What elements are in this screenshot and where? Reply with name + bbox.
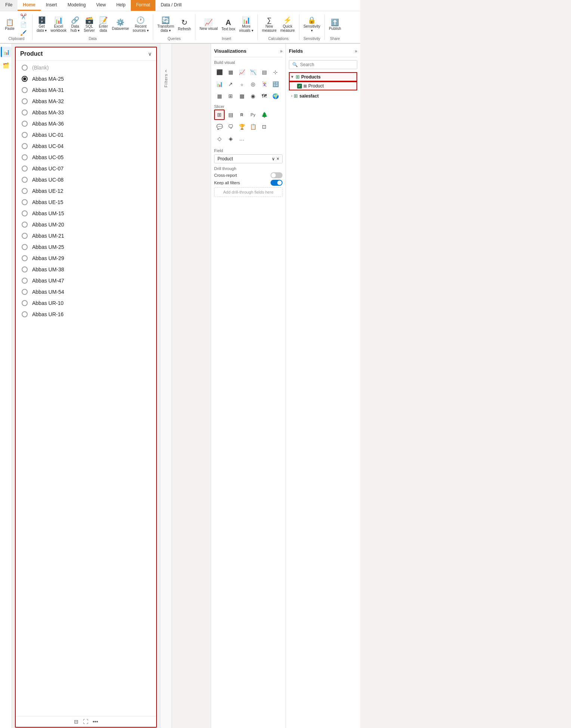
transform-button[interactable]: 🔄 Transformdata ▾: [155, 16, 176, 34]
cross-report-toggle[interactable]: [271, 172, 283, 178]
datahub-button[interactable]: 🔗 Datahub ▾: [68, 16, 82, 34]
textbox-button[interactable]: A Text box: [219, 18, 237, 32]
viz-decomp-tree[interactable]: 🌲: [259, 109, 269, 120]
slicer-item-abbas-uc-07[interactable]: Abbas UC-07: [16, 163, 156, 174]
slicer-chevron-icon[interactable]: ∨: [148, 51, 152, 57]
viz-chart3[interactable]: 📋: [248, 121, 258, 132]
tab-insert[interactable]: Insert: [41, 0, 62, 11]
publish-button[interactable]: ⬆️ Publish: [327, 18, 343, 32]
viz-map[interactable]: 🗺: [259, 91, 269, 101]
slicer-item-abbas-ue-15[interactable]: Abbas UE-15: [16, 197, 156, 208]
viz-kpi[interactable]: 🔢: [270, 79, 281, 89]
slicer-item-abbas-ma-36[interactable]: Abbas MA-36: [16, 118, 156, 129]
slicer-item-abbas-um-15[interactable]: Abbas UM-15: [16, 208, 156, 219]
slicer-item-abbas-uc-01[interactable]: Abbas UC-01: [16, 129, 156, 141]
tree-header-products[interactable]: ▼ ⊞ Products: [289, 72, 357, 81]
viz-python[interactable]: Py: [248, 109, 258, 120]
new-measure-button[interactable]: ∑ Newmeasure: [260, 16, 278, 34]
viz-expand-icon[interactable]: »: [280, 49, 283, 54]
new-visual-button[interactable]: 📈 New visual: [198, 18, 219, 32]
viz-matrix[interactable]: ⊞: [225, 91, 236, 101]
viz-tiles[interactable]: ⊡: [259, 121, 269, 132]
slicer-item-abbas-uc-04[interactable]: Abbas UC-04: [16, 141, 156, 152]
slicer-item-abbas-ur-16[interactable]: Abbas UR-16: [16, 309, 156, 320]
quick-measure-button[interactable]: ⚡ Quickmeasure: [278, 16, 297, 34]
viz-diamond[interactable]: ◈: [225, 133, 236, 144]
tree-item-product[interactable]: ✓ ⊞ Product: [289, 81, 357, 90]
viz-funnel[interactable]: ⬦: [237, 79, 247, 89]
slicer-item-abbas-um-20[interactable]: Abbas UM-20: [16, 219, 156, 230]
slicer-item-abbas-uc-05[interactable]: Abbas UC-05: [16, 152, 156, 163]
slicer-item-abbas-ma-25[interactable]: Abbas MA-25: [16, 73, 156, 84]
viz-table[interactable]: ▦: [214, 91, 225, 101]
get-data-button[interactable]: 🗄️ Getdata ▾: [35, 16, 49, 34]
tab-help[interactable]: Help: [111, 0, 131, 11]
slicer-item-abbas-ma-31[interactable]: Abbas MA-31: [16, 84, 156, 96]
viz-donut[interactable]: ◉: [248, 91, 258, 101]
tab-format[interactable]: Format: [131, 0, 155, 11]
more-visuals-button[interactable]: 📊 Morevisuals ▾: [237, 16, 255, 34]
viz-waterfall[interactable]: ↗: [225, 79, 236, 89]
viz-area[interactable]: 📉: [248, 67, 258, 77]
excel-button[interactable]: 📊 Excelworkbook: [49, 16, 68, 34]
slicer-item-abbas-um-38[interactable]: Abbas UM-38: [16, 264, 156, 275]
dataverse-button[interactable]: ⚙️ Dataverse: [110, 18, 131, 32]
viz-line[interactable]: 📈: [237, 67, 247, 77]
slicer-item-abbas-ue-12[interactable]: Abbas UE-12: [16, 185, 156, 197]
field-value-row[interactable]: Product ∨ ×: [214, 154, 283, 163]
viz-table2[interactable]: ▤: [225, 109, 236, 120]
slicer-item-abbas-um-47[interactable]: Abbas UM-47: [16, 275, 156, 286]
sidebar-icon-data[interactable]: 🗂️: [1, 60, 11, 71]
cut-button[interactable]: ✂️: [16, 13, 30, 20]
more-footer-icon[interactable]: •••: [93, 719, 98, 725]
paste-button[interactable]: 📋 Paste: [3, 18, 16, 32]
tab-datadrill[interactable]: Data / Drill: [155, 0, 187, 11]
tab-file[interactable]: File: [0, 0, 18, 11]
slicer-item-abbas-uc-08[interactable]: Abbas UC-08: [16, 174, 156, 185]
slicer-item-abbas-ma-32[interactable]: Abbas MA-32: [16, 96, 156, 107]
tab-modeling[interactable]: Modeling: [62, 0, 91, 11]
slicer-item-abbas-um-29[interactable]: Abbas UM-29: [16, 253, 156, 264]
viz-slicer-active[interactable]: ⊞: [214, 109, 225, 120]
viz-r-script[interactable]: R: [237, 109, 247, 120]
sensitivity-button[interactable]: 🔒 Sensitivity▾: [302, 16, 322, 34]
viz-line2[interactable]: 📊: [214, 79, 225, 89]
tab-home[interactable]: Home: [18, 0, 40, 11]
fields-expand-icon[interactable]: »: [355, 49, 357, 54]
viz-trophy[interactable]: 🏆: [237, 121, 247, 132]
expand-footer-icon[interactable]: ⛶: [83, 719, 88, 725]
slicer-list[interactable]: (Blank)Abbas MA-25Abbas MA-31Abbas MA-32…: [16, 61, 156, 716]
sidebar-icon-report[interactable]: 📊: [1, 47, 11, 57]
viz-gauge[interactable]: ◎: [248, 79, 258, 89]
viz-combo[interactable]: ▤: [259, 67, 269, 77]
slicer-item-abbas-ur-10[interactable]: Abbas UR-10: [16, 297, 156, 309]
format-painter-button[interactable]: 🖌️: [16, 29, 30, 37]
viz-chat[interactable]: 🗨: [225, 121, 236, 132]
copy-button[interactable]: 📄: [16, 21, 30, 28]
slicer-item-abbas-um-54[interactable]: Abbas UM-54: [16, 286, 156, 297]
tree-header-salesfact[interactable]: › ⊞ salesfact: [289, 92, 357, 100]
tab-view[interactable]: View: [91, 0, 111, 11]
slicer-item-blank[interactable]: (Blank): [16, 62, 156, 73]
recent-button[interactable]: 🕐 Recentsources ▾: [131, 16, 151, 34]
viz-bar-clustered[interactable]: ⬛: [214, 67, 225, 77]
sqlserver-button[interactable]: 🗃️ SQLServer: [82, 16, 96, 34]
keep-filters-toggle[interactable]: [271, 180, 283, 186]
filter-collapse-arrow[interactable]: ‹: [165, 68, 167, 74]
field-chevron-icon[interactable]: ∨: [272, 156, 275, 161]
refresh-button[interactable]: ↻ Refresh: [176, 18, 193, 32]
viz-filled-map[interactable]: 🌍: [270, 91, 281, 101]
viz-qna[interactable]: 💬: [214, 121, 225, 132]
field-clear-icon[interactable]: ×: [277, 156, 279, 161]
slicer-item-abbas-um-25[interactable]: Abbas UM-25: [16, 241, 156, 253]
slicer-item-abbas-um-21[interactable]: Abbas UM-21: [16, 230, 156, 241]
enterdata-button[interactable]: 📝 Enterdata: [97, 16, 110, 34]
viz-card[interactable]: 🃏: [259, 79, 269, 89]
filter-footer-icon[interactable]: ⊟: [74, 719, 78, 725]
viz-more[interactable]: …: [237, 133, 247, 144]
viz-scatter[interactable]: ⊹: [270, 67, 281, 77]
fields-search-input[interactable]: [300, 62, 356, 67]
slicer-item-abbas-ma-33[interactable]: Abbas MA-33: [16, 107, 156, 118]
viz-treemap[interactable]: ▩: [237, 91, 247, 101]
fields-search-box[interactable]: 🔍: [289, 60, 357, 69]
